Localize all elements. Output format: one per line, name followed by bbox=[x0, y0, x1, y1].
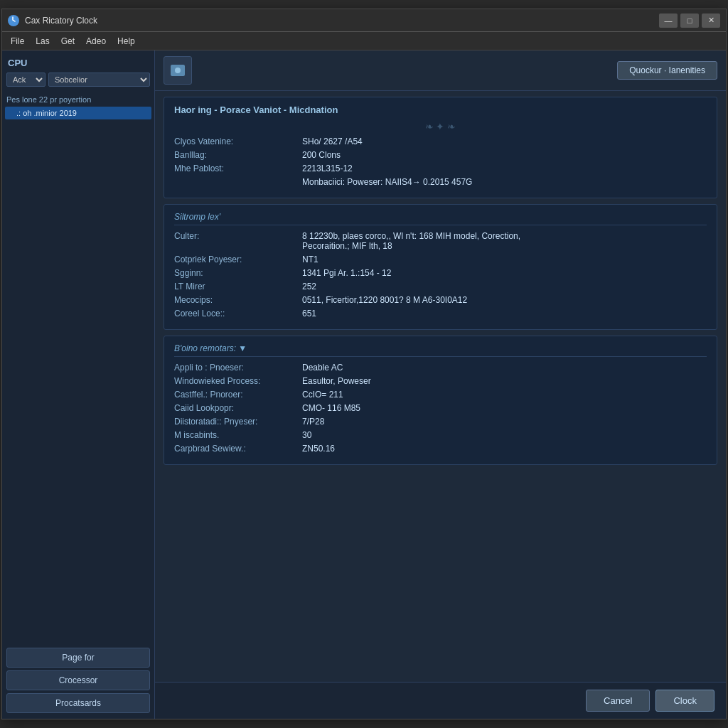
sidebar-select-1[interactable]: Ack bbox=[6, 73, 46, 87]
s2-value-0: 8 12230b, plaes corco,, Wl n't: 168 MIH … bbox=[302, 231, 707, 251]
s2-label-5: Coreel Loce:: bbox=[174, 309, 302, 318]
info-value-1: 200 Clons bbox=[302, 150, 707, 160]
s2-value-3: 252 bbox=[302, 282, 707, 291]
sidebar-header: CPU bbox=[2, 50, 154, 73]
s3-label-3: Caiid Lookpopr: bbox=[174, 403, 302, 413]
s3-row-2: Castffel.: Pnoroer: CcIO= 211 bbox=[174, 390, 707, 400]
svg-point-2 bbox=[175, 68, 181, 73]
section3: B'oino remotars: ▼ Appli to : Pnoeser: D… bbox=[164, 336, 717, 465]
info-value-0: SHo/ 2627 /A54 bbox=[302, 136, 707, 146]
s3-value-1: Easultor, Poweser bbox=[302, 376, 707, 386]
footer: Cancel Clock bbox=[155, 682, 726, 719]
s3-label-1: Windowieked Process: bbox=[174, 376, 302, 386]
sidebar-select-2[interactable]: Sobcelior bbox=[48, 73, 150, 87]
info-row-2: Mhe Pablost: 2213L315-12 bbox=[174, 164, 707, 173]
info-label-1: Banlllag: bbox=[174, 150, 302, 160]
right-panel: Quockur · Ianenities Haor ing - Porace V… bbox=[155, 50, 726, 719]
page-for-button[interactable]: Page for bbox=[6, 648, 150, 668]
section2: Siltromp lex' Culter: 8 12230b, plaes co… bbox=[164, 204, 717, 330]
s3-value-2: CcIO= 211 bbox=[302, 390, 707, 400]
info-row-3: Monbaciici: Poweser: NAIIS4→ 0.2015 457G bbox=[174, 177, 707, 187]
menu-file[interactable]: File bbox=[5, 35, 30, 48]
s3-row-4: Diistoratadi:: Pnyeser: 7/P28 bbox=[174, 417, 707, 427]
s3-label-0: Appli to : Pnoeser: bbox=[174, 363, 302, 373]
menu-las[interactable]: Las bbox=[30, 35, 55, 48]
main-section-header: Haor ing - Porace Vaniot - Micdnation bbox=[174, 105, 707, 115]
s3-value-6: ZN50.16 bbox=[302, 444, 707, 454]
s3-label-4: Diistoratadi:: Pnyeser: bbox=[174, 417, 302, 427]
title-bar: Cax Ricatory Clock — □ ✕ bbox=[2, 9, 726, 32]
s2-row-0: Culter: 8 12230b, plaes corco,, Wl n't: … bbox=[174, 231, 707, 251]
info-value-3: Monbaciici: Poweser: NAIIS4→ 0.2015 457G bbox=[302, 177, 707, 187]
s2-row-3: LT Mirer 252 bbox=[174, 282, 707, 291]
info-row-0: Clyos Vatenine: SHo/ 2627 /A54 bbox=[174, 136, 707, 146]
maximize-button[interactable]: □ bbox=[680, 14, 699, 28]
window-controls: — □ ✕ bbox=[659, 14, 720, 28]
s2-label-3: LT Mirer bbox=[174, 282, 302, 291]
s2-row-1: Cotpriek Poyeser: NT1 bbox=[174, 255, 707, 264]
sidebar: CPU Ack Sobcelior Pes lone 22 pr poyerti… bbox=[2, 50, 155, 719]
minimize-button[interactable]: — bbox=[659, 14, 678, 28]
window-title: Cax Ricatory Clock bbox=[25, 16, 659, 26]
s3-label-2: Castffel.: Pnoroer: bbox=[174, 390, 302, 400]
info-row-1: Banlllag: 200 Clons bbox=[174, 150, 707, 160]
menu-get[interactable]: Get bbox=[55, 35, 80, 48]
s3-row-0: Appli to : Pnoeser: Deable AC bbox=[174, 363, 707, 373]
main-window: Cax Ricatory Clock — □ ✕ File Las Get Ad… bbox=[1, 9, 727, 719]
quickur-button[interactable]: Quockur · Ianenities bbox=[617, 61, 717, 80]
s2-label-1: Cotpriek Poyeser: bbox=[174, 255, 302, 264]
section2-title: Siltromp lex' bbox=[174, 212, 707, 225]
s2-value-2: 1341 Pgi Ar. 1.:154 - 12 bbox=[302, 268, 707, 278]
menu-help[interactable]: Help bbox=[112, 35, 141, 48]
ornament: ❧ ✦ ❧ bbox=[174, 121, 707, 132]
sidebar-buttons: Page for Crocessor Procatsards bbox=[2, 642, 154, 719]
s3-row-1: Windowieked Process: Easultor, Poweser bbox=[174, 376, 707, 386]
main-content: CPU Ack Sobcelior Pes lone 22 pr poyerti… bbox=[2, 50, 726, 719]
cancel-button[interactable]: Cancel bbox=[586, 690, 650, 712]
info-area: Haor ing - Porace Vaniot - Micdnation ❧ … bbox=[155, 91, 726, 682]
procatsards-button[interactable]: Procatsards bbox=[6, 693, 150, 713]
s2-label-2: Sgginn: bbox=[174, 268, 302, 278]
s2-value-1: NT1 bbox=[302, 255, 707, 264]
sidebar-dropdowns: Ack Sobcelior bbox=[2, 73, 154, 92]
close-button[interactable]: ✕ bbox=[702, 14, 720, 28]
menu-bar: File Las Get Adeo Help bbox=[2, 32, 726, 50]
app-icon bbox=[8, 15, 19, 26]
clock-button[interactable]: Clock bbox=[655, 690, 714, 712]
toolbar-icon bbox=[164, 56, 192, 85]
section3-title: B'oino remotars: ▼ bbox=[174, 343, 707, 357]
s2-value-5: 651 bbox=[302, 309, 707, 318]
s2-value-4: 0511, Ficertior,1220 8001? 8 M A6-30I0A1… bbox=[302, 295, 707, 305]
s2-label-4: Mecocips: bbox=[174, 295, 302, 305]
s2-row-4: Mecocips: 0511, Ficertior,1220 8001? 8 M… bbox=[174, 295, 707, 305]
info-label-3 bbox=[174, 177, 302, 187]
s2-row-5: Coreel Loce:: 651 bbox=[174, 309, 707, 318]
s3-value-3: CMO- 116 M85 bbox=[302, 403, 707, 413]
s3-value-4: 7/P28 bbox=[302, 417, 707, 427]
main-info-section: Haor ing - Porace Vaniot - Micdnation ❧ … bbox=[164, 97, 717, 198]
right-toolbar: Quockur · Ianenities bbox=[155, 50, 726, 91]
crocessor-button[interactable]: Crocessor bbox=[6, 670, 150, 690]
s3-row-6: Carpbrad Sewiew.: ZN50.16 bbox=[174, 444, 707, 454]
info-label-0: Clyos Vatenine: bbox=[174, 136, 302, 146]
s2-label-0: Culter: bbox=[174, 231, 302, 251]
menu-adeo[interactable]: Adeo bbox=[80, 35, 112, 48]
s3-label-5: M iscabints. bbox=[174, 430, 302, 440]
s2-row-2: Sgginn: 1341 Pgi Ar. 1.:154 - 12 bbox=[174, 268, 707, 278]
info-value-2: 2213L315-12 bbox=[302, 164, 707, 173]
sidebar-tree-item[interactable]: .: oh .minior 2019 bbox=[5, 107, 151, 119]
sidebar-tree-label: Pes lone 22 pr poyertion bbox=[2, 92, 154, 105]
s3-value-0: Deable AC bbox=[302, 363, 707, 373]
s3-label-6: Carpbrad Sewiew.: bbox=[174, 444, 302, 454]
s3-row-3: Caiid Lookpopr: CMO- 116 M85 bbox=[174, 403, 707, 413]
info-label-2: Mhe Pablost: bbox=[174, 164, 302, 173]
s3-row-5: M iscabints. 30 bbox=[174, 430, 707, 440]
s3-value-5: 30 bbox=[302, 430, 707, 440]
